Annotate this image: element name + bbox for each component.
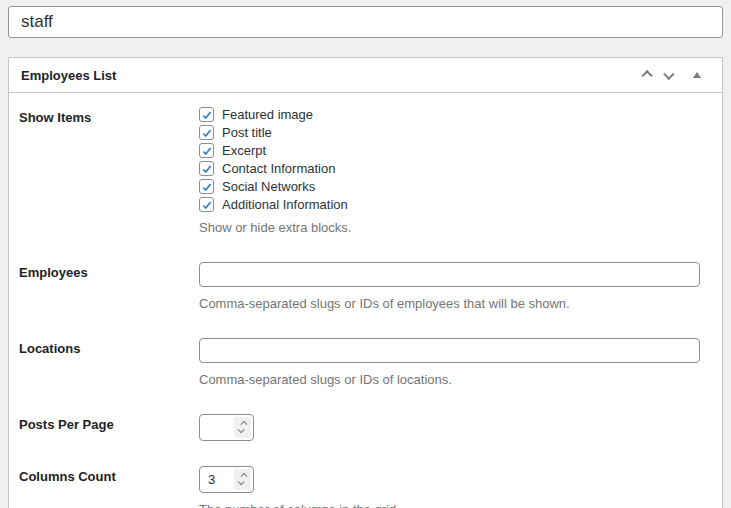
chevron-down-icon — [663, 69, 674, 80]
panel-title: Employees List — [21, 68, 632, 83]
show-items-options: Featured image Post title Excerpt — [199, 107, 700, 237]
columns-count-input[interactable] — [200, 467, 234, 492]
employees-input[interactable] — [199, 262, 700, 287]
columns-count-description: The number of columns in the grid. — [199, 502, 700, 508]
columns-count-stepper[interactable] — [199, 466, 254, 493]
checkbox-excerpt[interactable]: Excerpt — [199, 143, 700, 158]
checkbox-icon — [199, 197, 214, 212]
checkbox-contact-information[interactable]: Contact Information — [199, 161, 700, 176]
checkbox-label: Social Networks — [222, 180, 315, 194]
widget-title-input[interactable] — [8, 6, 723, 38]
checkbox-label: Post title — [222, 126, 272, 140]
checkbox-label: Excerpt — [222, 144, 266, 158]
checkbox-label: Featured image — [222, 108, 313, 122]
chevron-up-icon — [641, 70, 652, 81]
locations-description: Comma-separated slugs or IDs of location… — [199, 372, 700, 389]
checkbox-post-title[interactable]: Post title — [199, 125, 700, 140]
checkbox-label: Additional Information — [222, 198, 348, 212]
posts-per-page-input[interactable] — [200, 415, 234, 440]
checkbox-additional-information[interactable]: Additional Information — [199, 197, 700, 212]
panel-header: Employees List — [9, 58, 722, 93]
checkbox-icon — [199, 161, 214, 176]
toggle-panel-button[interactable] — [684, 63, 710, 87]
employees-label: Employees — [19, 262, 199, 282]
columns-count-row: Columns Count The number of columns in t… — [19, 466, 700, 508]
checkbox-icon — [199, 107, 214, 122]
stepper-arrows[interactable] — [234, 417, 251, 438]
show-items-description: Show or hide extra blocks. — [199, 220, 700, 237]
stepper-arrows[interactable] — [234, 469, 251, 490]
show-items-label: Show Items — [19, 107, 199, 127]
employees-row: Employees Comma-separated slugs or IDs o… — [19, 262, 700, 313]
move-up-button[interactable] — [632, 63, 658, 87]
triangle-up-icon — [693, 72, 701, 78]
checkbox-label: Contact Information — [222, 162, 335, 176]
employees-list-panel: Employees List Show Items — [8, 57, 723, 508]
posts-per-page-row: Posts Per Page — [19, 414, 700, 441]
move-down-button[interactable] — [658, 63, 684, 87]
posts-per-page-label: Posts Per Page — [19, 414, 199, 434]
locations-label: Locations — [19, 338, 199, 358]
checkbox-icon — [199, 125, 214, 140]
widget-panel-wrap: Employees List Show Items — [0, 0, 731, 508]
posts-per-page-stepper[interactable] — [199, 414, 254, 441]
employees-description: Comma-separated slugs or IDs of employee… — [199, 296, 700, 313]
checkbox-social-networks[interactable]: Social Networks — [199, 179, 700, 194]
locations-input[interactable] — [199, 338, 700, 363]
checkbox-icon — [199, 179, 214, 194]
columns-count-label: Columns Count — [19, 466, 199, 486]
panel-body: Show Items Featured image Post title — [9, 93, 722, 508]
show-items-row: Show Items Featured image Post title — [19, 107, 700, 237]
checkbox-featured-image[interactable]: Featured image — [199, 107, 700, 122]
checkbox-icon — [199, 143, 214, 158]
locations-row: Locations Comma-separated slugs or IDs o… — [19, 338, 700, 389]
